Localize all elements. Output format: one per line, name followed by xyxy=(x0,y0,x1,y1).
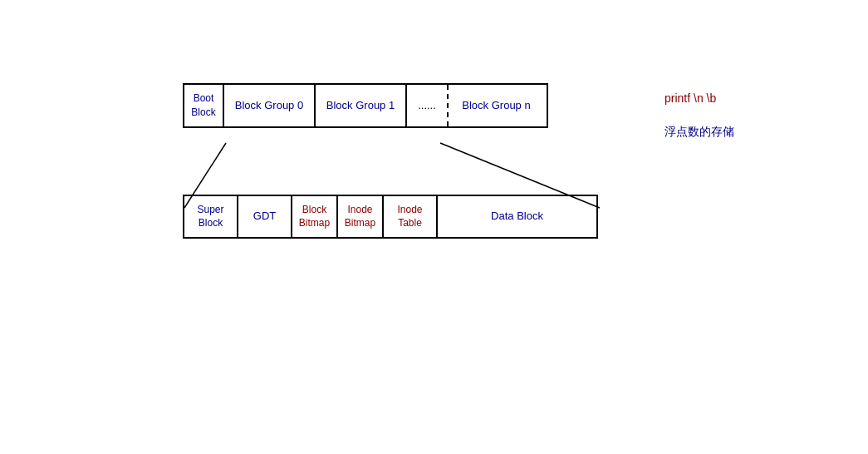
dots-cell: ...... xyxy=(407,85,449,126)
block-bitmap-label: BlockBitmap xyxy=(299,203,330,231)
chinese-text: 浮点数的存储 xyxy=(664,125,734,140)
bottom-row-wrapper: SuperBlock GDT BlockBitmap InodeBitmap I… xyxy=(183,195,598,239)
printf-text: printf \n \b xyxy=(664,91,734,105)
gdt-cell: GDT xyxy=(238,196,292,238)
inode-table-cell: InodeTable xyxy=(384,196,438,238)
super-block-cell: SuperBlock xyxy=(184,196,238,238)
block-group-n-cell: Block Group n xyxy=(449,85,544,126)
boot-block-cell: BootBlock xyxy=(184,85,224,126)
block-group-0-label: Block Group 0 xyxy=(235,98,303,113)
data-block-cell: Data Block xyxy=(438,196,596,238)
block-group-0-cell: Block Group 0 xyxy=(224,85,316,126)
inode-bitmap-cell: InodeBitmap xyxy=(338,196,384,238)
inode-bitmap-label: InodeBitmap xyxy=(345,203,375,231)
boot-block-label: BootBlock xyxy=(191,91,215,120)
block-group-n-label: Block Group n xyxy=(462,98,530,113)
block-bitmap-cell: BlockBitmap xyxy=(292,196,338,238)
block-group-1-label: Block Group 1 xyxy=(326,98,395,113)
bottom-row: SuperBlock GDT BlockBitmap InodeBitmap I… xyxy=(183,195,598,239)
super-block-label: SuperBlock xyxy=(197,203,223,231)
inode-table-label: InodeTable xyxy=(397,203,422,231)
top-row: BootBlock Block Group 0 Block Group 1 ..… xyxy=(183,83,548,128)
right-panel: printf \n \b 浮点数的存储 xyxy=(664,91,734,140)
dots-label: ...... xyxy=(418,98,436,113)
block-group-1-cell: Block Group 1 xyxy=(316,85,407,126)
diagram: BootBlock Block Group 0 Block Group 1 ..… xyxy=(183,83,598,239)
data-block-label: Data Block xyxy=(491,209,543,224)
gdt-label: GDT xyxy=(253,209,276,224)
